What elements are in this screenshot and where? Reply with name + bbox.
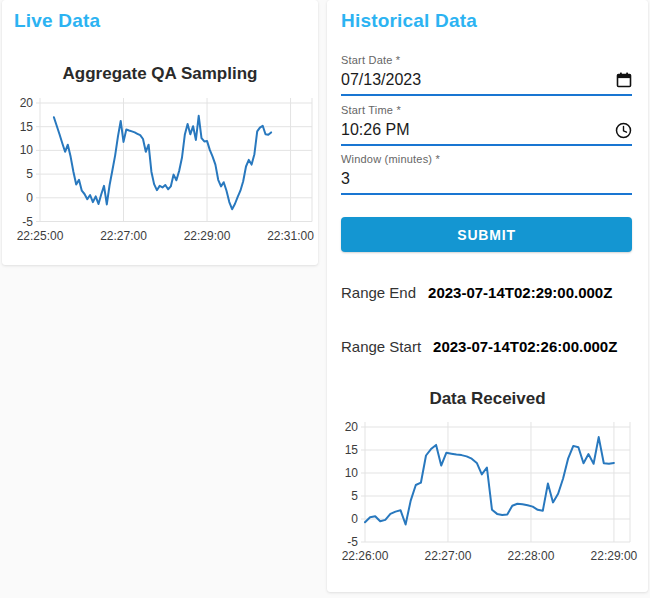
range-end-value: 2023-07-14T02:29:00.000Z <box>428 284 612 301</box>
window-minutes-label: Window (minutes) * <box>341 153 632 165</box>
range-start-label: Range Start <box>341 338 421 355</box>
historical-chart: -50510152022:26:0022:27:0022:28:0022:29:… <box>327 418 648 588</box>
start-time-row: 10:26 PM <box>341 119 632 141</box>
start-date-input[interactable]: 07/13/2023 <box>341 71 421 89</box>
svg-text:22:25:00: 22:25:00 <box>17 229 64 243</box>
start-date-label: Start Date * <box>341 54 632 66</box>
submit-button[interactable]: SUBMIT <box>341 217 632 252</box>
start-date-row: 07/13/2023 <box>341 69 632 91</box>
svg-text:15: 15 <box>20 120 34 134</box>
svg-text:5: 5 <box>351 489 358 503</box>
svg-text:5: 5 <box>26 167 33 181</box>
range-end-label: Range End <box>341 284 416 301</box>
historical-data-heading: Historical Data <box>341 10 477 32</box>
dashboard-page: Live Data Aggregate QA Sampling -5051015… <box>0 0 650 598</box>
svg-text:22:27:00: 22:27:00 <box>425 549 472 563</box>
clock-icon[interactable] <box>615 122 632 139</box>
start-time-field[interactable]: Start Time * 10:26 PM <box>341 104 632 146</box>
start-time-input[interactable]: 10:26 PM <box>341 121 409 139</box>
live-data-panel: Live Data Aggregate QA Sampling -5051015… <box>2 0 318 265</box>
svg-text:20: 20 <box>20 96 34 110</box>
start-date-field[interactable]: Start Date * 07/13/2023 <box>341 54 632 96</box>
live-chart-title: Aggregate QA Sampling <box>2 64 318 84</box>
svg-text:22:28:00: 22:28:00 <box>508 549 555 563</box>
window-minutes-row: 3 <box>341 168 632 190</box>
window-minutes-field[interactable]: Window (minutes) * 3 <box>341 153 632 195</box>
calendar-icon[interactable] <box>615 72 632 89</box>
svg-text:10: 10 <box>345 466 359 480</box>
svg-text:22:27:00: 22:27:00 <box>100 229 147 243</box>
svg-text:20: 20 <box>345 420 359 434</box>
start-time-label: Start Time * <box>341 104 632 116</box>
svg-text:22:31:00: 22:31:00 <box>267 229 314 243</box>
svg-text:-5: -5 <box>347 535 358 549</box>
historical-chart-title: Data Received <box>327 389 648 409</box>
svg-text:-5: -5 <box>22 215 33 229</box>
range-start-row: Range Start 2023-07-14T02:26:00.000Z <box>341 338 617 355</box>
start-time-underline <box>341 144 632 146</box>
range-end-row: Range End 2023-07-14T02:29:00.000Z <box>341 284 612 301</box>
svg-text:22:26:00: 22:26:00 <box>342 549 389 563</box>
svg-text:10: 10 <box>20 143 34 157</box>
svg-text:15: 15 <box>345 443 359 457</box>
window-minutes-input[interactable]: 3 <box>341 170 350 188</box>
live-chart: -50510152022:25:0022:27:0022:29:0022:31:… <box>2 92 318 254</box>
start-date-underline <box>341 94 632 96</box>
svg-text:0: 0 <box>351 512 358 526</box>
svg-text:0: 0 <box>26 191 33 205</box>
svg-text:22:29:00: 22:29:00 <box>591 549 638 563</box>
svg-text:22:29:00: 22:29:00 <box>184 229 231 243</box>
range-start-value: 2023-07-14T02:26:00.000Z <box>433 338 617 355</box>
window-minutes-underline <box>341 193 632 195</box>
live-data-heading: Live Data <box>14 10 100 32</box>
historical-data-panel: Historical Data Start Date * 07/13/2023 <box>327 0 648 592</box>
